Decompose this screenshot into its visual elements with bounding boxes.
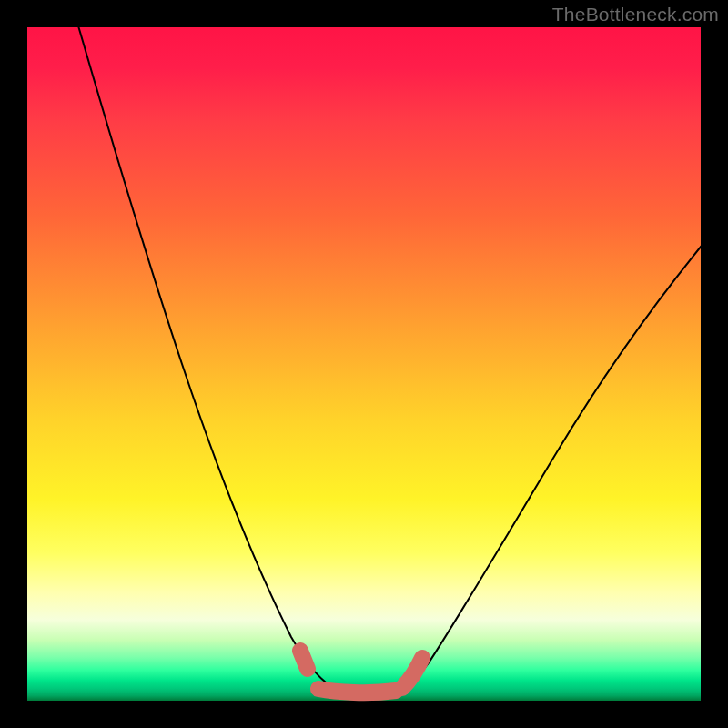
plot-area xyxy=(27,27,701,701)
chart-frame: TheBottleneck.com xyxy=(0,0,728,728)
bottleneck-curve xyxy=(27,27,701,701)
highlight-band-path xyxy=(300,651,422,693)
curve-path xyxy=(77,23,705,694)
watermark-text: TheBottleneck.com xyxy=(552,4,719,25)
